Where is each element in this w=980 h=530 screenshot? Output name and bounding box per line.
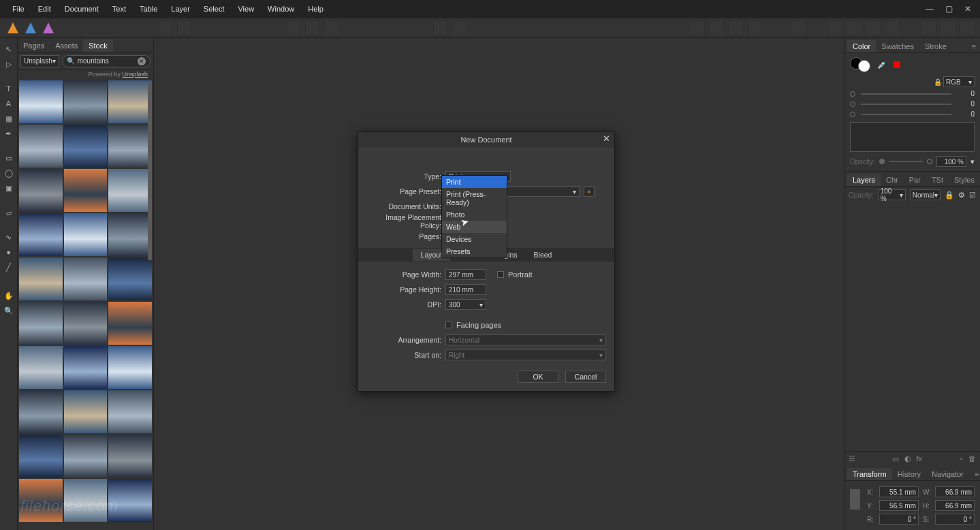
stock-thumbnail[interactable]	[64, 125, 108, 168]
tab-transform[interactable]: Transform	[847, 468, 892, 480]
ok-button[interactable]: OK	[518, 371, 558, 383]
transform-h[interactable]: 66.9 mm	[935, 500, 975, 511]
menu-file[interactable]: File	[5, 2, 31, 16]
menu-view[interactable]: View	[231, 2, 261, 16]
cancel-button[interactable]: Cancel	[565, 371, 606, 383]
app-icon-publisher[interactable]	[5, 20, 20, 35]
stock-source-select[interactable]: Unsplash▾	[20, 55, 59, 67]
stock-thumbnail[interactable]	[108, 346, 152, 389]
maximize-button[interactable]: ▢	[942, 4, 955, 14]
opacity-value[interactable]: 100 %	[936, 156, 966, 167]
minimize-button[interactable]: —	[923, 4, 936, 14]
panel-tab-pages[interactable]: Pages	[18, 40, 50, 52]
dropdown-option[interactable]: Print (Press-Ready)	[442, 188, 507, 208]
tab-styles[interactable]: Styles	[949, 174, 980, 186]
stock-thumbnail[interactable]	[19, 169, 63, 212]
panel-menu-icon[interactable]: ≡	[969, 468, 980, 480]
table-tool[interactable]: ▦	[3, 113, 14, 124]
adjustment-icon[interactable]: ◐	[904, 454, 911, 463]
gear-icon[interactable]: ⚙	[958, 191, 965, 200]
toolbar-button[interactable]	[158, 20, 173, 35]
toolbar-button[interactable]	[286, 20, 301, 35]
transform-s[interactable]: 0 °	[935, 514, 975, 525]
menu-document[interactable]: Document	[58, 2, 106, 16]
stock-thumbnail[interactable]	[64, 213, 108, 256]
slider-handle[interactable]	[879, 159, 885, 164]
tab-layers[interactable]: Layers	[847, 174, 881, 186]
dialog-close-button[interactable]: ✕	[603, 134, 610, 144]
toolbar-button[interactable]	[866, 20, 881, 35]
clear-icon[interactable]: ✕	[138, 57, 146, 65]
stock-thumbnail[interactable]	[19, 258, 63, 300]
tab-tst[interactable]: TSt	[926, 174, 949, 186]
toolbar-button[interactable]	[747, 20, 762, 35]
vector-crop-tool[interactable]: ∿	[3, 232, 14, 243]
color-model-select[interactable]: RGB▾	[943, 76, 975, 87]
dropdown-option[interactable]: Devices	[442, 233, 507, 245]
panel-tab-stock[interactable]: Stock	[83, 40, 113, 52]
toolbar-button[interactable]	[728, 20, 743, 35]
rectangle-tool[interactable]: ▭	[3, 153, 14, 163]
stock-thumbnail[interactable]	[108, 169, 152, 212]
delete-layer-icon[interactable]: 🗑	[968, 454, 976, 463]
tab-navigator[interactable]: Navigator	[926, 468, 969, 480]
toolbar-button[interactable]	[324, 20, 339, 35]
text-frame-tool[interactable]: T	[3, 83, 14, 94]
toolbar-button[interactable]	[791, 20, 806, 35]
stock-thumbnail[interactable]	[108, 435, 152, 478]
visibility-icon[interactable]: ☑	[969, 191, 976, 200]
toolbar-button[interactable]	[885, 20, 900, 35]
menu-select[interactable]: Select	[197, 2, 232, 16]
toolbar-button[interactable]	[709, 20, 724, 35]
facing-pages-checkbox[interactable]	[445, 322, 452, 328]
scrollbar[interactable]	[146, 79, 153, 530]
toolbar-button[interactable]	[921, 20, 936, 35]
stock-thumbnail[interactable]	[19, 435, 63, 478]
stock-thumbnail[interactable]	[19, 80, 63, 123]
stock-grid[interactable]	[18, 79, 153, 523]
lock-icon[interactable]: 🔒	[945, 191, 954, 200]
stock-thumbnail[interactable]	[19, 302, 63, 345]
menu-table[interactable]: Table	[133, 2, 164, 16]
transform-x[interactable]: 55.1 mm	[879, 486, 919, 497]
pen-tool[interactable]: ✒	[3, 128, 14, 139]
stock-thumbnail[interactable]	[108, 125, 152, 168]
node-tool[interactable]: ▷	[3, 59, 14, 69]
menu-edit[interactable]: Edit	[31, 2, 58, 16]
view-tool[interactable]: ✋	[3, 290, 14, 301]
close-button[interactable]: ✕	[961, 4, 975, 14]
tab-color[interactable]: Color	[847, 40, 876, 52]
picture-frame-tool[interactable]: ▣	[3, 183, 14, 193]
panel-menu-icon[interactable]: ≡	[966, 40, 980, 52]
stock-thumbnail[interactable]	[64, 302, 108, 345]
app-icon-designer[interactable]	[23, 20, 38, 35]
stock-thumbnail[interactable]	[108, 390, 152, 433]
tab-swatches[interactable]: Swatches	[876, 40, 919, 52]
tab-history[interactable]: History	[892, 468, 926, 480]
toolbar-button[interactable]	[827, 20, 842, 35]
menu-layer[interactable]: Layer	[164, 2, 197, 16]
page-height-input[interactable]: 210 mm	[445, 284, 486, 295]
stock-thumbnail[interactable]	[19, 213, 63, 256]
eyedropper-icon[interactable]: 💉	[877, 61, 887, 69]
toolbar-button[interactable]	[433, 20, 448, 35]
stock-thumbnail[interactable]	[19, 390, 63, 433]
toolbar-button[interactable]	[305, 20, 320, 35]
toolbar-button[interactable]	[941, 20, 955, 35]
shape-tool[interactable]: ▱	[3, 207, 14, 218]
dialog-tab-bleed[interactable]: Bleed	[526, 249, 560, 261]
dropdown-option[interactable]: Web	[442, 221, 507, 233]
tab-par[interactable]: Par	[904, 174, 926, 186]
anchor-widget[interactable]	[850, 489, 860, 510]
stock-thumbnail[interactable]	[108, 213, 152, 256]
preset-color-button[interactable]: ▪	[584, 186, 595, 197]
menu-help[interactable]: Help	[301, 2, 330, 16]
app-icon-photo[interactable]	[41, 20, 56, 35]
tab-chr[interactable]: Chr	[881, 174, 904, 186]
transparency-tool[interactable]: ╱	[3, 262, 14, 272]
fill-tool[interactable]: ●	[3, 247, 14, 258]
fx-icon[interactable]: fx	[917, 454, 923, 463]
stock-thumbnail[interactable]	[19, 125, 63, 168]
lock-icon[interactable]: 🔒	[934, 78, 941, 86]
stock-thumbnail[interactable]	[108, 258, 152, 300]
